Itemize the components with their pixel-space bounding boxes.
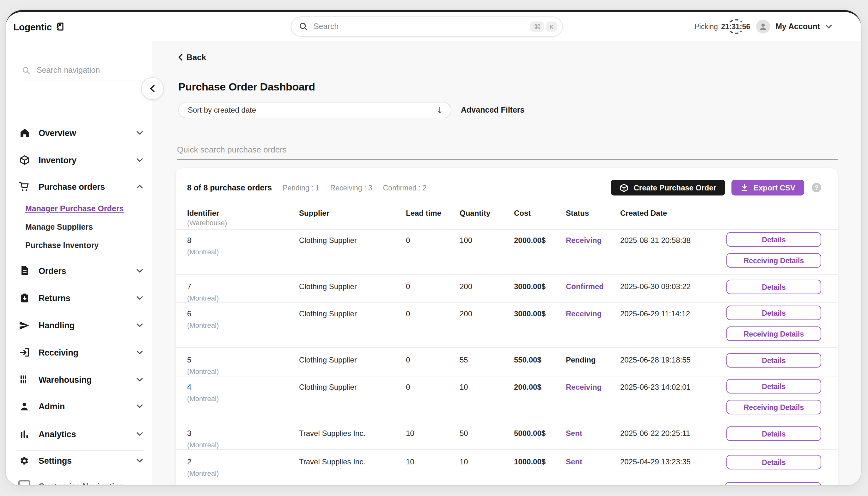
receiving-details-button[interactable]: Receiving Details	[726, 326, 821, 341]
row-warehouse: (Montreal)	[187, 441, 299, 449]
sidebar-item-admin[interactable]: Admin	[19, 399, 145, 414]
row-supplier: Clothing Supplier	[299, 303, 406, 318]
send-icon	[19, 321, 30, 330]
divider	[176, 478, 838, 478]
timer-arc-icon	[728, 18, 743, 23]
search-icon	[299, 22, 308, 31]
details-button[interactable]: Details	[726, 379, 821, 393]
global-search-input[interactable]	[312, 21, 528, 32]
details-button[interactable]	[725, 482, 821, 485]
col-status: Status	[566, 205, 620, 229]
sidebar-item-overview[interactable]: Overview	[19, 125, 145, 140]
chevron-left-icon	[150, 85, 155, 92]
row-quantity: 10	[460, 376, 514, 392]
arrow-down-icon: ↓	[436, 105, 443, 115]
details-button[interactable]: Details	[726, 427, 821, 441]
row-identifier: 5	[187, 356, 299, 365]
chevron-up-icon	[136, 185, 143, 188]
sidebar-collapse-button[interactable]	[141, 77, 164, 100]
row-quantity: 200	[460, 275, 514, 291]
my-account-button[interactable]: My Account	[775, 22, 820, 31]
app-window: Logentic ⌘ K Picking 21:31:56	[6, 10, 861, 485]
chevron-down-icon[interactable]	[826, 25, 832, 29]
avatar[interactable]	[756, 20, 770, 33]
col-supplier: Supplier	[299, 205, 406, 229]
quick-search-input[interactable]	[177, 142, 838, 160]
create-purchase-order-button[interactable]: Create Purchase Order	[611, 180, 725, 196]
chevron-down-icon	[136, 404, 143, 408]
sidebar-item-analytics[interactable]: Analytics	[19, 427, 145, 441]
row-status: Sent	[566, 450, 620, 466]
export-csv-button[interactable]: Export CSV	[732, 180, 804, 196]
sidebar-item-inventory[interactable]: Inventory	[19, 153, 145, 168]
row-lead-time: 10	[406, 421, 460, 438]
sidebar-item-returns[interactable]: Returns	[19, 290, 145, 306]
back-button[interactable]: Back	[178, 52, 206, 62]
sidebar-subitem-manage-suppliers[interactable]: Manage Suppliers	[25, 221, 93, 233]
row-lead-time: 10	[406, 450, 460, 466]
details-button[interactable]: Details	[726, 280, 821, 294]
page-title: Purchase Order Dashboard	[178, 81, 315, 94]
row-created-date: 2025-06-23 14:02:01	[620, 376, 726, 392]
help-icon[interactable]: ?	[812, 183, 821, 192]
row-status: Sent	[566, 421, 620, 438]
card-actions: Create Purchase Order Export CSV ?	[611, 180, 821, 196]
row-supplier: Clothing Supplier	[299, 230, 406, 245]
col-identifier: Identifier (Warehouse)	[187, 205, 299, 229]
sidebar-item-settings[interactable]: Settings	[19, 453, 145, 468]
customize-checkbox[interactable]	[18, 480, 30, 485]
logo: Logentic	[13, 12, 64, 41]
sort-selected-value: Sort by created date	[188, 106, 256, 114]
box-icon	[19, 155, 30, 165]
chevron-down-icon	[136, 131, 143, 135]
orders-count: 8 of 8 purchase orders	[187, 184, 272, 192]
sidebar-search-input[interactable]	[35, 65, 140, 75]
table-header: Identifier (Warehouse) Supplier Lead tim…	[176, 205, 838, 229]
main-content: Back Purchase Order Dashboard Sort by cr…	[152, 41, 861, 485]
receiving-details-button[interactable]: Receiving Details	[726, 253, 821, 268]
sidebar-item-warehousing[interactable]: Warehousing	[19, 372, 145, 387]
row-warehouse: (Montreal)	[187, 469, 299, 477]
row-cost: 2000.00$	[514, 230, 566, 245]
timer-arc-icon	[728, 30, 743, 35]
sidebar-item-receiving[interactable]: Receiving	[19, 345, 145, 360]
row-lead-time: 0	[406, 348, 460, 365]
sidebar-subitem-manager-purchase-orders[interactable]: Manager Purchase Orders	[25, 203, 124, 215]
row-supplier: Clothing Supplier	[299, 376, 406, 392]
details-button[interactable]: Details	[726, 455, 821, 469]
row-warehouse: (Montreal)	[187, 395, 299, 402]
sidebar-subitem-purchase-inventory[interactable]: Purchase Inventory	[25, 240, 99, 251]
row-identifier: 8	[187, 236, 299, 245]
row-warehouse: (Montreal)	[187, 321, 299, 329]
chevron-down-icon	[136, 269, 143, 273]
sidebar-item-orders[interactable]: Orders	[19, 263, 145, 278]
logo-text: Logentic	[13, 21, 52, 32]
details-button[interactable]: Details	[726, 232, 821, 247]
table-row: 5(Montreal) Clothing Supplier 0 55 550.0…	[176, 348, 838, 376]
sidebar-item-purchase-orders[interactable]: Purchase orders	[19, 179, 145, 194]
row-created-date: 2025-06-30 09:03:22	[620, 275, 726, 291]
gear-icon	[19, 456, 30, 465]
row-status: Receiving	[566, 230, 620, 245]
card-header: 8 of 8 purchase orders Pending : 1 Recei…	[176, 168, 838, 205]
chevron-down-icon	[136, 378, 143, 382]
col-quantity: Quantity	[460, 205, 514, 229]
sort-dropdown[interactable]: Sort by created date ↓	[178, 102, 451, 118]
row-status: Receiving	[566, 303, 620, 318]
box-icon	[620, 183, 629, 192]
pending-count: Pending : 1	[283, 184, 319, 192]
row-lead-time: 0	[406, 303, 460, 318]
advanced-filters-button[interactable]: Advanced Filters	[461, 106, 525, 114]
table-row: 7(Montreal) Clothing Supplier 0 200 3000…	[176, 275, 838, 303]
customize-navigation[interactable]: Customize Navigation	[18, 480, 125, 485]
row-status: Pending	[566, 348, 620, 365]
chevron-down-icon	[136, 296, 143, 300]
details-button[interactable]: Details	[726, 306, 821, 320]
global-search: ⌘ K	[291, 16, 563, 37]
row-created-date: 2025-08-31 20:58:38	[620, 230, 726, 245]
details-button[interactable]: Details	[726, 353, 821, 368]
row-identifier: 7	[187, 282, 299, 291]
sidebar-item-handling[interactable]: Handling	[19, 317, 145, 333]
receiving-details-button[interactable]: Receiving Details	[726, 400, 821, 414]
chevron-down-icon	[136, 351, 143, 354]
